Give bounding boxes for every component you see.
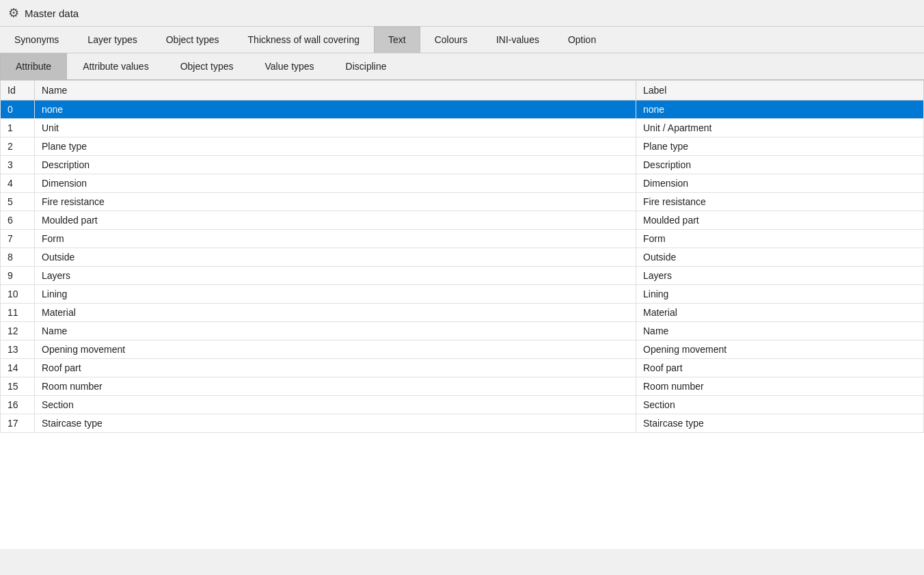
gear-icon: ⚙ <box>8 5 19 21</box>
cell-id: 8 <box>1 248 35 267</box>
tab-top-thickness[interactable]: Thickness of wall covering <box>234 27 374 53</box>
table-row[interactable]: 12NameName <box>1 322 924 340</box>
table-container: IdNameLabel 0nonenone1UnitUnit / Apartme… <box>0 80 924 549</box>
cell-name: Description <box>35 156 636 174</box>
cell-name: Moulded part <box>35 211 636 230</box>
tab-top-layer-types[interactable]: Layer types <box>73 27 151 53</box>
cell-label: Form <box>636 230 924 248</box>
cell-id: 7 <box>1 230 35 248</box>
table-row[interactable]: 8OutsideOutside <box>1 248 924 267</box>
cell-id: 0 <box>1 101 35 119</box>
col-header-id: Id <box>1 81 35 101</box>
cell-label: Description <box>636 156 924 174</box>
table-row[interactable]: 17Staircase typeStaircase type <box>1 414 924 433</box>
cell-label: Lining <box>636 285 924 304</box>
tab-top-ini-values[interactable]: INI-values <box>482 27 554 53</box>
cell-label: Staircase type <box>636 414 924 433</box>
cell-label: Dimension <box>636 174 924 193</box>
cell-name: Dimension <box>35 174 636 193</box>
cell-name: none <box>35 101 636 119</box>
cell-name: Opening movement <box>35 340 636 359</box>
tab-second-attribute[interactable]: Attribute <box>0 53 67 79</box>
cell-id: 14 <box>1 359 35 377</box>
table-row[interactable]: 1UnitUnit / Apartment <box>1 119 924 137</box>
cell-id: 9 <box>1 267 35 285</box>
table-row[interactable]: 2Plane typePlane type <box>1 137 924 156</box>
table-row[interactable]: 6Moulded partMoulded part <box>1 211 924 230</box>
cell-name: Room number <box>35 377 636 396</box>
tab-second-discipline[interactable]: Discipline <box>330 53 403 79</box>
data-table: IdNameLabel 0nonenone1UnitUnit / Apartme… <box>0 80 924 433</box>
cell-id: 10 <box>1 285 35 304</box>
tab-second-attribute-values[interactable]: Attribute values <box>67 53 165 79</box>
cell-id: 15 <box>1 377 35 396</box>
table-row[interactable]: 3DescriptionDescription <box>1 156 924 174</box>
app-title: Master data <box>25 8 79 19</box>
cell-label: Material <box>636 304 924 322</box>
cell-label: Name <box>636 322 924 340</box>
cell-name: Lining <box>35 285 636 304</box>
table-row[interactable]: 15Room numberRoom number <box>1 377 924 396</box>
cell-label: Unit / Apartment <box>636 119 924 137</box>
top-tabs: SynonymsLayer typesObject typesThickness… <box>0 27 924 53</box>
cell-label: Moulded part <box>636 211 924 230</box>
cell-name: Outside <box>35 248 636 267</box>
tab-top-colours[interactable]: Colours <box>420 27 482 53</box>
table-row[interactable]: 7FormForm <box>1 230 924 248</box>
cell-name: Plane type <box>35 137 636 156</box>
table-row[interactable]: 5Fire resistanceFire resistance <box>1 193 924 211</box>
cell-label: Outside <box>636 248 924 267</box>
table-row[interactable]: 16SectionSection <box>1 396 924 414</box>
cell-label: Fire resistance <box>636 193 924 211</box>
cell-label: Roof part <box>636 359 924 377</box>
tab-top-synonyms[interactable]: Synonyms <box>0 27 73 53</box>
table-row[interactable]: 9LayersLayers <box>1 267 924 285</box>
cell-label: Opening movement <box>636 340 924 359</box>
cell-id: 3 <box>1 156 35 174</box>
cell-name: Staircase type <box>35 414 636 433</box>
cell-label: Section <box>636 396 924 414</box>
col-header-name: Name <box>35 81 636 101</box>
cell-id: 17 <box>1 414 35 433</box>
tab-top-option[interactable]: Option <box>554 27 610 53</box>
tab-top-object-types[interactable]: Object types <box>152 27 234 53</box>
cell-id: 1 <box>1 119 35 137</box>
second-tabs: AttributeAttribute valuesObject typesVal… <box>0 53 924 80</box>
title-bar: ⚙ Master data <box>0 0 924 27</box>
cell-name: Form <box>35 230 636 248</box>
cell-id: 4 <box>1 174 35 193</box>
cell-id: 11 <box>1 304 35 322</box>
cell-id: 6 <box>1 211 35 230</box>
cell-name: Roof part <box>35 359 636 377</box>
cell-name: Name <box>35 322 636 340</box>
cell-name: Material <box>35 304 636 322</box>
col-header-label: Label <box>636 81 924 101</box>
cell-id: 5 <box>1 193 35 211</box>
cell-id: 16 <box>1 396 35 414</box>
table-row[interactable]: 13Opening movementOpening movement <box>1 340 924 359</box>
table-row[interactable]: 14Roof partRoof part <box>1 359 924 377</box>
table-row[interactable]: 0nonenone <box>1 101 924 119</box>
cell-name: Layers <box>35 267 636 285</box>
cell-name: Section <box>35 396 636 414</box>
table-row[interactable]: 10LiningLining <box>1 285 924 304</box>
cell-label: none <box>636 101 924 119</box>
tab-second-object-types[interactable]: Object types <box>165 53 249 79</box>
cell-label: Layers <box>636 267 924 285</box>
table-row[interactable]: 11MaterialMaterial <box>1 304 924 322</box>
cell-label: Plane type <box>636 137 924 156</box>
cell-name: Fire resistance <box>35 193 636 211</box>
cell-name: Unit <box>35 119 636 137</box>
cell-id: 2 <box>1 137 35 156</box>
cell-id: 12 <box>1 322 35 340</box>
tab-top-text[interactable]: Text <box>374 27 420 53</box>
cell-id: 13 <box>1 340 35 359</box>
cell-label: Room number <box>636 377 924 396</box>
table-row[interactable]: 4DimensionDimension <box>1 174 924 193</box>
tab-second-value-types[interactable]: Value types <box>249 53 329 79</box>
